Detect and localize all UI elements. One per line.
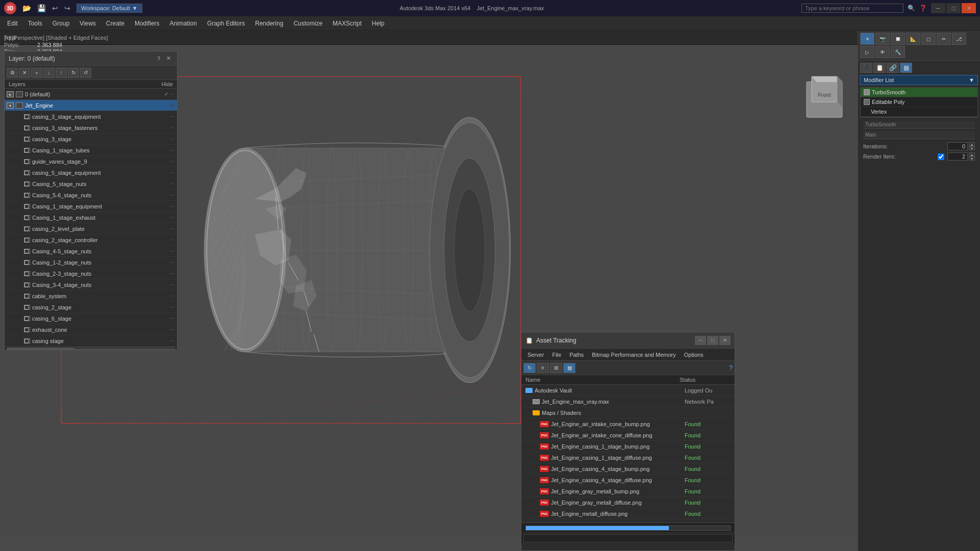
asset-item-4[interactable]: PNGJet_Engine_air_intake_cone_diffuse.pn… [521, 430, 735, 441]
layer-item-casing5eq[interactable]: casing_5_stage_equipment▪▪▪ [5, 167, 177, 178]
layer-tb-sel-layer[interactable]: ↑ [56, 68, 67, 78]
modifier-list-dropdown[interactable]: Modifier List ▼ [860, 75, 978, 85]
open-icon[interactable]: 📂 [20, 3, 33, 13]
menu-modifiers[interactable]: Modifiers [130, 18, 165, 29]
redo-icon[interactable]: ↪ [62, 3, 72, 13]
rt-helper-btn[interactable]: 📐 [906, 33, 920, 45]
rt-display-btn[interactable]: 👁 [875, 46, 890, 58]
asset-item-3[interactable]: PNGJet_Engine_air_intake_cone_bump.pngFo… [521, 418, 735, 430]
asset-maximize[interactable]: □ [707, 336, 718, 345]
rt-motion-btn[interactable]: ▷ [860, 46, 874, 58]
layer-item-casing1ex[interactable]: Casing_1_stage_exhaust▪▪▪ [5, 212, 177, 223]
layer-item-casing34nu[interactable]: Casing_3-4_stage_nuts▪▪▪ [5, 279, 177, 291]
layer-item-casing2lp[interactable]: casing_2_level_plate▪▪▪ [5, 223, 177, 234]
menu-create[interactable]: Create [101, 18, 130, 29]
modifier-tb-2[interactable]: 📋 [873, 63, 886, 73]
menu-tools[interactable]: Tools [23, 18, 47, 29]
layer-item-casing12nu[interactable]: Casing_1-2_stage_nuts▪▪▪ [5, 257, 177, 268]
asset-tb-list[interactable]: ≡ [537, 363, 549, 373]
modifier-tb-3[interactable]: 🔗 [887, 63, 899, 73]
layer-item-exhaust[interactable]: exhaust_cone▪▪▪ [5, 324, 177, 335]
layer-item-casing1eq[interactable]: Casing_1_stage_equipment▪▪▪ [5, 201, 177, 212]
asset-item-2[interactable]: Maps / Shaders [521, 407, 735, 418]
asset-item-0[interactable]: Autodesk VaultLogged Ou [521, 385, 735, 396]
asset-menu-paths[interactable]: Paths [565, 351, 588, 359]
asset-tb-view[interactable]: ⊞ [550, 363, 562, 373]
maximize-button[interactable]: □ [946, 3, 961, 13]
menu-animation[interactable]: Animation [165, 18, 202, 29]
layer-item-guide9[interactable]: guide_vanes_stage_9▪▪▪ [5, 156, 177, 167]
asset-close[interactable]: ✕ [719, 336, 731, 345]
asset-item-6[interactable]: PNGJet_Engine_casing_1_stage_diffuse.png… [521, 452, 735, 463]
render-iters-down[interactable]: ▼ [969, 156, 975, 161]
layer-item-jet-engine[interactable]: ▾Jet_Engine▪▪▪ [5, 100, 177, 111]
layer-tb-btn5[interactable]: ↻ [68, 68, 79, 78]
asset-tb-refresh[interactable]: ↻ [523, 363, 536, 373]
asset-tb-table[interactable]: ▦ [563, 363, 575, 373]
close-button[interactable]: ✕ [962, 3, 976, 13]
rt-viewport-btn[interactable]: 🔲 [891, 33, 905, 45]
asset-item-1[interactable]: Jet_Engine_max_vray.maxNetwork Pa [521, 396, 735, 407]
iterations-up[interactable]: ▲ [969, 142, 975, 146]
asset-menu-server[interactable]: Server [523, 351, 548, 359]
asset-item-7[interactable]: PNGJet_Engine_casing_4_stage_bump.pngFou… [521, 463, 735, 475]
menu-customize[interactable]: Customize [288, 18, 328, 29]
layer-item-casing56nu[interactable]: Casing_5-6_stage_nuts▪▪▪ [5, 190, 177, 201]
render-iters-input[interactable] [947, 152, 968, 161]
viewport[interactable]: [+] [Perspective] [Shaded + Edged Faces]… [0, 31, 858, 551]
layer-panel-close[interactable]: ✕ [164, 54, 173, 63]
layer-item-casing45nu[interactable]: Casing_4-5_stage_nuts▪▪▪ [5, 246, 177, 257]
modifier-vertex[interactable]: Vertex [861, 107, 977, 117]
layer-item-casing1tu[interactable]: Casing_1_stage_tubes▪▪▪ [5, 145, 177, 156]
minimize-button[interactable]: ─ [931, 3, 945, 13]
save-icon[interactable]: 💾 [35, 3, 48, 13]
rt-camera-btn[interactable]: 📷 [875, 33, 890, 45]
layer-tb-delete[interactable]: ✕ [19, 68, 30, 78]
rt-lighting-btn[interactable]: ☀ [860, 33, 874, 45]
modifier-editable-poly[interactable]: Editable Poly [861, 97, 977, 107]
asset-item-9[interactable]: PNGJet_Engine_gray_metall_bump.pngFound [521, 486, 735, 497]
layer-item-casing23nu[interactable]: Casing_2-3_stage_nuts▪▪▪ [5, 268, 177, 279]
asset-item-10[interactable]: PNGJet_Engine_gray_metall_diffuse.pngFou… [521, 497, 735, 508]
menu-edit[interactable]: Edit [2, 18, 23, 29]
modifier-tb-4[interactable]: ▦ [900, 63, 912, 73]
asset-item-8[interactable]: PNGJet_Engine_casing_4_stage_diffuse.png… [521, 475, 735, 486]
layer-tb-btn6[interactable]: ↺ [80, 68, 91, 78]
menu-help[interactable]: Help [367, 18, 390, 29]
layer-item-casing2co[interactable]: casing_2_stage_controller▪▪▪ [5, 234, 177, 246]
menu-views[interactable]: Views [74, 18, 101, 29]
layer-item-casing3st[interactable]: casing_3_stage▪▪▪ [5, 134, 177, 145]
rt-utilities-btn[interactable]: 🔧 [891, 46, 905, 58]
menu-rendering[interactable]: Rendering [250, 18, 288, 29]
layer-item-default[interactable]: ▸0 (default)✓▪▪▪ [5, 89, 177, 100]
menu-graph-editors[interactable]: Graph Editors [202, 18, 250, 29]
asset-item-11[interactable]: PNGJet_Engine_metall_diffuse.pngFound [521, 508, 735, 519]
asset-menu-bitmap[interactable]: Bitmap Performance and Memory [588, 351, 680, 359]
search-input[interactable] [801, 4, 903, 13]
render-iters-checkbox[interactable] [938, 153, 944, 160]
layer-item-casing3eq[interactable]: casing_3_stage_equipment▪▪▪ [5, 111, 177, 122]
layer-tb-add[interactable]: ＋ [31, 68, 42, 78]
asset-path-input[interactable] [523, 534, 733, 542]
iterations-down[interactable]: ▼ [969, 146, 975, 150]
iterations-input[interactable] [947, 142, 968, 150]
menu-maxscript[interactable]: MAXScript [328, 18, 367, 29]
render-iters-up[interactable]: ▲ [969, 152, 975, 156]
layer-item-casing3fa[interactable]: casing_3_stage_fasteners▪▪▪ [5, 122, 177, 134]
asset-minimize[interactable]: ─ [695, 336, 706, 345]
rt-hierarchy-btn[interactable]: ⎇ [952, 33, 966, 45]
layer-tb-settings[interactable]: ⚙ [7, 68, 18, 78]
menu-group[interactable]: Group [47, 18, 74, 29]
asset-menu-options[interactable]: Options [680, 351, 708, 359]
layer-item-casing_stage[interactable]: casing stage▪▪▪ [5, 335, 177, 347]
undo-icon[interactable]: ↩ [50, 3, 60, 13]
rt-shape-btn[interactable]: ◻ [921, 33, 936, 45]
asset-item-5[interactable]: PNGJet_Engine_casing_1_stage_bump.pngFou… [521, 441, 735, 452]
layer-item-cable[interactable]: cable_system▪▪▪ [5, 291, 177, 302]
modifier-turbosmooth[interactable]: TurboSmooth [861, 88, 977, 97]
rt-modifier-btn[interactable]: ✏ [937, 33, 951, 45]
help-icon[interactable]: ❓ [919, 5, 927, 12]
layer-panel-help[interactable]: ? [155, 55, 162, 63]
asset-menu-file[interactable]: File [548, 351, 565, 359]
layer-item-casing6st[interactable]: casing_6_stage▪▪▪ [5, 313, 177, 324]
